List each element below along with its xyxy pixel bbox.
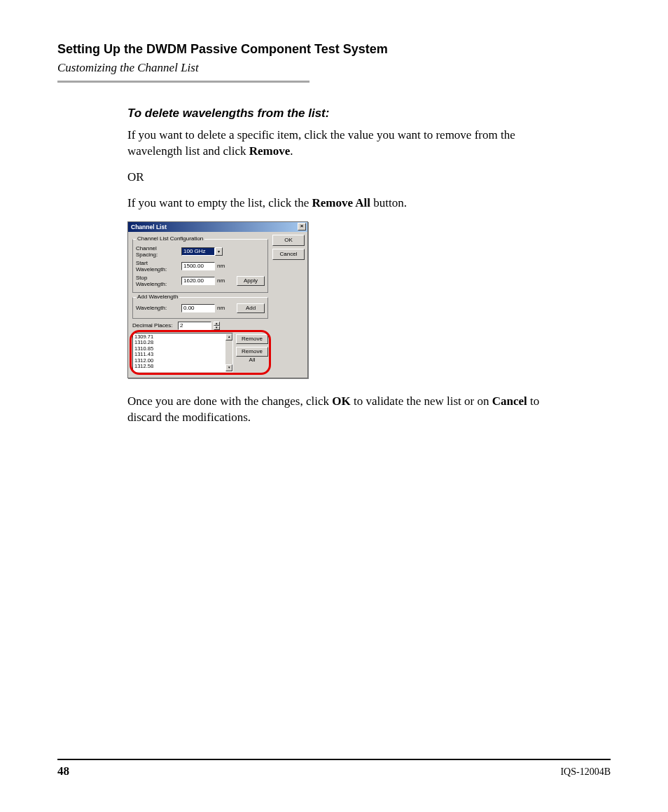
unit-nm: nm	[217, 277, 225, 284]
page-header-subtitle: Customizing the Channel List	[57, 61, 611, 75]
stop-wavelength-label: Stop Wavelength:	[136, 275, 179, 287]
p1-text-c: .	[290, 144, 293, 158]
p3-text-c: to validate the new list or on	[351, 394, 492, 408]
dialog-right-column: OK Cancel	[272, 235, 305, 375]
list-area: 1309.71 1310.28 1310.85 1311.43 1312.00 …	[132, 333, 268, 372]
p1-text-a: If you want to delete a specific item, c…	[127, 128, 515, 158]
paragraph-3: Once you are done with the changes, clic…	[127, 394, 555, 426]
remove-all-button[interactable]: Remove All	[236, 347, 268, 357]
group-add-wavelength: Wavelength: 0.00 nm Add	[132, 297, 268, 319]
decimal-places-label: Decimal Places:	[132, 322, 176, 329]
p3-text-a: Once you are done with the changes, clic…	[127, 394, 332, 408]
page-header-title: Setting Up the DWDM Passive Component Te…	[57, 42, 611, 57]
wavelength-input[interactable]: 0.00	[181, 304, 215, 312]
channel-list-dialog: Channel List × Channel Spacing: 100 GHz …	[127, 221, 308, 378]
scroll-down-icon[interactable]: ▾	[225, 364, 232, 371]
scroll-track[interactable]	[225, 340, 232, 364]
channel-spacing-label: Channel Spacing:	[136, 245, 179, 258]
cancel-button[interactable]: Cancel	[272, 249, 305, 260]
dialog-left-column: Channel Spacing: 100 GHz ▾ Start Wavelen…	[131, 235, 270, 375]
chevron-down-icon[interactable]: ▾	[215, 247, 223, 256]
p1-bold: Remove	[249, 144, 291, 158]
page: Setting Up the DWDM Passive Component Te…	[0, 0, 668, 812]
channel-spacing-select[interactable]: 100 GHz	[181, 247, 215, 256]
p2-bold: Remove All	[312, 196, 370, 209]
p3-bold-cancel: Cancel	[492, 394, 527, 408]
dialog-title: Channel List	[131, 223, 298, 230]
spinner-down-icon[interactable]: ▾	[214, 326, 220, 330]
list-buttons: Remove Remove All	[236, 333, 268, 357]
stop-wavelength-input[interactable]: 1620.00	[181, 277, 215, 285]
close-icon[interactable]: ×	[298, 223, 306, 230]
dialog-body: Channel Spacing: 100 GHz ▾ Start Wavelen…	[128, 232, 307, 378]
wavelength-label: Wavelength:	[136, 305, 179, 311]
header-rule	[57, 81, 309, 83]
paragraph-2: If you want to empty the list, click the…	[127, 195, 555, 212]
decimal-spinner[interactable]: ▴ ▾	[214, 322, 220, 330]
decimal-row: Decimal Places: 2 ▴ ▾	[132, 322, 268, 330]
decimal-places-input[interactable]: 2	[178, 322, 211, 330]
apply-button[interactable]: Apply	[237, 276, 265, 286]
listbox-scrollbar[interactable]: ▴ ▾	[225, 333, 232, 371]
footer-rule	[57, 759, 611, 760]
paragraph-1: If you want to delete a specific item, c…	[127, 128, 555, 160]
remove-button[interactable]: Remove	[236, 334, 268, 344]
body: To delete wavelengths from the list: If …	[57, 106, 555, 426]
list-item[interactable]: 1312.58	[134, 364, 231, 370]
p2-text-c: button.	[370, 196, 407, 209]
unit-nm: nm	[217, 305, 225, 311]
unit-nm: nm	[217, 263, 225, 269]
ok-button[interactable]: OK	[272, 235, 305, 246]
page-footer: 48 IQS-12004B	[57, 759, 611, 778]
document-id: IQS-12004B	[560, 766, 611, 778]
p3-bold-ok: OK	[332, 394, 350, 408]
group-channel-list-config: Channel Spacing: 100 GHz ▾ Start Wavelen…	[132, 239, 268, 293]
start-wavelength-input[interactable]: 1500.00	[181, 262, 215, 270]
page-number: 48	[57, 764, 69, 778]
dialog-titlebar[interactable]: Channel List ×	[128, 222, 307, 232]
scroll-up-icon[interactable]: ▴	[225, 333, 232, 340]
dialog-figure: Channel List × Channel Spacing: 100 GHz …	[127, 221, 555, 378]
start-wavelength-label: Start Wavelength:	[136, 260, 179, 273]
paragraph-or: OR	[127, 170, 555, 186]
add-button[interactable]: Add	[237, 303, 265, 313]
wavelength-listbox[interactable]: 1309.71 1310.28 1310.85 1311.43 1312.00 …	[132, 333, 233, 372]
section-heading: To delete wavelengths from the list:	[127, 106, 555, 121]
p2-text-a: If you want to empty the list, click the	[127, 196, 312, 209]
